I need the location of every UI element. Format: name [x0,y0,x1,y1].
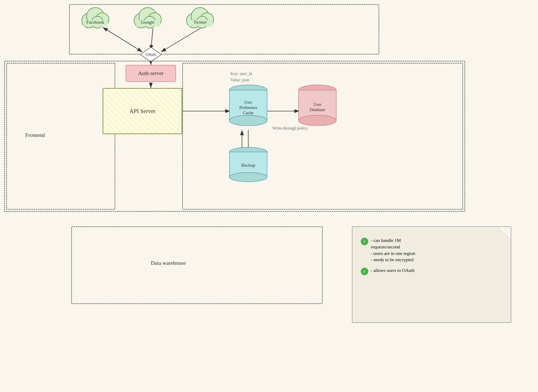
twitter-cloud: Twitter [182,6,218,30]
key-label: Key: user_id [230,71,252,76]
check-icon-2: ✓ [361,268,368,275]
facebook-cloud: Facebook [78,6,113,30]
svg-text:Google: Google [141,19,155,25]
oauth-providers-box [69,4,379,55]
user-database: User Database [297,84,337,127]
note-text-1: - can handle 1Mrequests/second- users ar… [371,237,415,263]
note-item-2: ✓ - allows users to OAuth [361,267,502,275]
svg-text:Twitter: Twitter [193,19,207,25]
note-item-1: ✓ - can handle 1Mrequests/second- users … [361,237,502,263]
api-server-label: API Server [129,108,155,114]
note-text-2: - allows users to OAuth [371,267,415,274]
check-icon-1: ✓ [361,238,368,245]
svg-point-35 [229,115,267,126]
data-warehouse-label: Data warehouse [151,260,186,266]
svg-text:Facebook: Facebook [86,19,104,25]
svg-text:Backup: Backup [241,163,255,168]
write-through-label: Write-through policy [272,126,308,131]
diagram-canvas: Facebook Google Twitter [0,0,538,392]
notes-box: ✓ - can handle 1Mrequests/second- users … [352,226,511,323]
svg-text:User: User [244,100,252,105]
svg-text:OAuth: OAuth [146,52,156,57]
backup-cylinder: Backup [228,147,268,183]
svg-text:Database: Database [310,107,325,112]
notes-content: ✓ - can handle 1Mrequests/second- users … [352,227,511,285]
svg-point-46 [229,173,267,182]
auth-server-label: Auth server [138,70,164,76]
api-server-box: API Server [103,88,182,134]
svg-text:Preference: Preference [239,105,257,110]
svg-point-41 [299,115,336,126]
svg-text:User: User [313,102,321,107]
data-warehouse-box [71,226,323,304]
value-label: Value: json [230,78,249,82]
frontend-label: Frontend [25,132,45,138]
frontend-box [6,63,115,210]
google-cloud: Google [130,6,166,30]
user-preference-cache: User Preference Cache [228,84,268,127]
auth-server-box: Auth server [126,65,176,82]
svg-text:Cache: Cache [243,111,254,115]
